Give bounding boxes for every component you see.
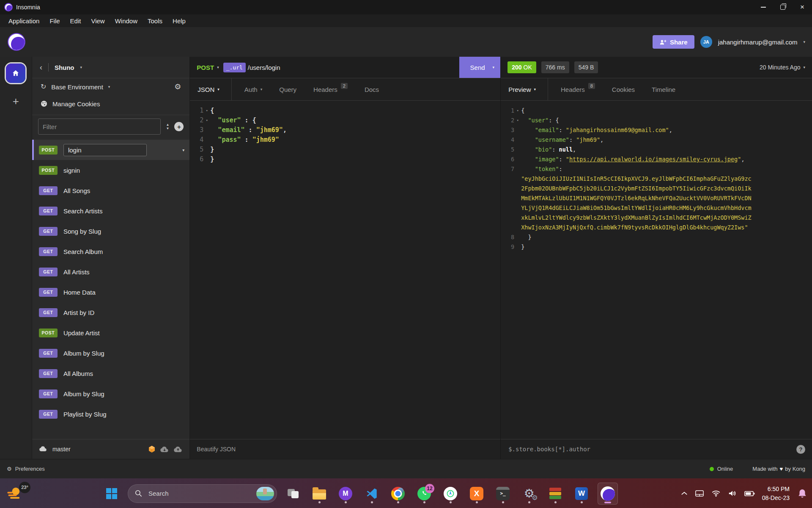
taskbar-chrome[interactable] — [388, 483, 408, 505]
environment-row[interactable]: ↻ Base Environment ▾ ⚙ — [32, 78, 189, 95]
search-input[interactable] — [148, 489, 251, 497]
environment-settings-gear-icon[interactable]: ⚙ — [174, 82, 181, 91]
request-name-input[interactable]: login — [63, 144, 147, 156]
taskbar-word[interactable]: W — [571, 483, 592, 505]
taskbar-file-explorer[interactable] — [309, 483, 329, 505]
request-row-all-artists[interactable]: GETAll Artists — [32, 262, 189, 282]
weather-widget[interactable]: 23° — [6, 484, 25, 503]
filter-help-icon[interactable]: ? — [796, 445, 805, 454]
request-row-search-album[interactable]: GETSearch Album — [32, 241, 189, 262]
tray-expand-button[interactable] — [681, 491, 688, 495]
minimize-button[interactable] — [754, 0, 773, 14]
request-row-login[interactable]: POSTlogin▾ — [32, 140, 189, 160]
taskbar-vscode[interactable] — [362, 483, 382, 505]
method-caret-icon[interactable]: ▾ — [217, 65, 219, 69]
response-history-dropdown[interactable]: 20 Minutes Ago ▾ — [760, 64, 805, 71]
tab-docs[interactable]: Docs — [356, 78, 387, 100]
task-view-icon — [288, 489, 299, 498]
code-line: MmEkMTAkLzlUbUI1M1N1WGFQY0VJTzl6ekRqLkNh… — [501, 193, 812, 203]
taskbar-xampp[interactable]: X — [466, 483, 487, 505]
package-icon[interactable] — [148, 445, 156, 453]
add-request-button[interactable]: + — [174, 122, 184, 131]
search-highlight-image[interactable] — [256, 487, 274, 500]
menu-view[interactable]: View — [86, 16, 110, 26]
menu-edit[interactable]: Edit — [65, 16, 86, 26]
taskbar-insomnia[interactable] — [598, 483, 618, 505]
send-button[interactable]: Send ▾ — [459, 57, 501, 78]
beautify-json-button[interactable]: Beautify JSON — [197, 446, 236, 453]
request-row-album-by-slug[interactable]: GETAlbum by Slug — [32, 384, 189, 404]
taskbar-search[interactable] — [128, 484, 277, 503]
taskbar-murf-app[interactable]: M — [335, 483, 356, 505]
url-env-tag[interactable]: _.url — [223, 63, 246, 72]
menu-file[interactable]: File — [44, 16, 65, 26]
fold-caret-icon[interactable]: ▾ — [203, 116, 210, 125]
workspace-caret-icon[interactable]: ▾ — [80, 65, 82, 69]
request-row-playlist-by-slug[interactable]: GETPlaylist by Slug — [32, 404, 189, 424]
tab-auth[interactable]: Auth▾ — [236, 78, 271, 100]
taskbar-whatsapp[interactable]: 12 — [414, 483, 434, 505]
request-row-signin[interactable]: POSTsignin — [32, 160, 189, 180]
back-icon[interactable]: ‹ — [40, 63, 42, 72]
volume-indicator[interactable] — [728, 490, 737, 497]
menu-window[interactable]: Window — [110, 16, 143, 26]
tab-headers[interactable]: Headers2 — [305, 78, 356, 100]
request-row-all-albums[interactable]: GETAll Albums — [32, 363, 189, 384]
filter-input[interactable] — [38, 119, 161, 135]
close-button[interactable]: × — [793, 0, 812, 14]
request-row-all-songs[interactable]: GETAll Songs — [32, 180, 189, 201]
request-body-editor[interactable]: 1▾{2▾ "user" : {3 "email" : "jhm69",4 "p… — [190, 101, 500, 439]
network-indicator[interactable] — [711, 490, 721, 497]
request-row-update-artist[interactable]: POSTUpdate Artist — [32, 323, 189, 343]
preferences-button[interactable]: ⚙ Preferences — [7, 466, 45, 472]
fold-caret-icon[interactable]: ▾ — [514, 116, 521, 125]
response-filter-input[interactable] — [508, 445, 796, 453]
murf-icon: M — [339, 487, 352, 500]
taskbar-settings[interactable]: ⚙ — [519, 483, 539, 505]
account-menu-caret-icon[interactable]: ▾ — [803, 40, 805, 44]
workspace-name[interactable]: Shuno — [55, 64, 74, 71]
manage-cookies-row[interactable]: Manage Cookies — [32, 95, 189, 112]
request-method[interactable]: POST — [197, 64, 214, 71]
touchpad-indicator[interactable] — [695, 490, 704, 497]
menu-help[interactable]: Help — [167, 16, 191, 26]
avatar[interactable]: JA — [700, 36, 712, 48]
request-row-search-artists[interactable]: GETSearch Artists — [32, 201, 189, 221]
request-row-album-by-slug[interactable]: GETAlbum by Slug — [32, 343, 189, 363]
start-button[interactable] — [102, 483, 122, 505]
taskbar-android-studio[interactable] — [440, 483, 461, 505]
taskbar-task-view[interactable] — [283, 483, 303, 505]
cloud-push-icon[interactable] — [173, 446, 183, 453]
tab-json[interactable]: JSON▾ — [190, 78, 232, 100]
battery-indicator[interactable] — [744, 491, 755, 497]
request-actions-caret-icon[interactable]: ▾ — [182, 148, 184, 152]
fold-caret-icon[interactable]: ▾ — [514, 106, 521, 116]
request-row-home-data[interactable]: GETHome Data — [32, 282, 189, 302]
taskbar-winrar[interactable] — [545, 483, 565, 505]
tab-cookies[interactable]: Cookies — [604, 78, 643, 100]
menu-tools[interactable]: Tools — [143, 16, 167, 26]
url-path[interactable]: /users/login — [248, 64, 280, 71]
request-row-song-by-slug[interactable]: GETSong by Slug — [32, 221, 189, 241]
sort-icon[interactable]: ▲▼ — [166, 123, 169, 130]
cloud-pull-icon[interactable] — [160, 446, 169, 453]
tab-query[interactable]: Query — [271, 78, 305, 100]
notifications-button[interactable] — [797, 488, 808, 499]
share-button[interactable]: Share — [653, 35, 694, 49]
menu-application[interactable]: Application — [3, 16, 44, 26]
home-button[interactable] — [6, 64, 25, 83]
new-workspace-button[interactable]: + — [13, 95, 19, 108]
line-number: 6 — [190, 155, 203, 164]
request-row-artist-by-id[interactable]: GETArtist by ID — [32, 302, 189, 323]
taskbar-terminal[interactable]: >_ — [493, 483, 513, 505]
tab-timeline[interactable]: Timeline — [643, 78, 684, 100]
fold-caret-icon[interactable]: ▾ — [203, 106, 210, 116]
taskbar-clock[interactable]: 6:50 PM 08-Dec-23 — [762, 485, 790, 502]
tab-headers[interactable]: Headers8 — [552, 78, 604, 100]
response-body-viewer[interactable]: 1▾{2▾ "user": {3 "email": "jahangirhossa… — [501, 101, 812, 439]
branch-row[interactable]: master — [32, 439, 189, 459]
account-email[interactable]: jahangirhmarup@gmail.com — [718, 39, 798, 46]
restore-button[interactable] — [773, 0, 793, 14]
send-options-caret-icon[interactable]: ▾ — [493, 65, 495, 69]
tab-preview[interactable]: Preview▾ — [501, 78, 548, 100]
